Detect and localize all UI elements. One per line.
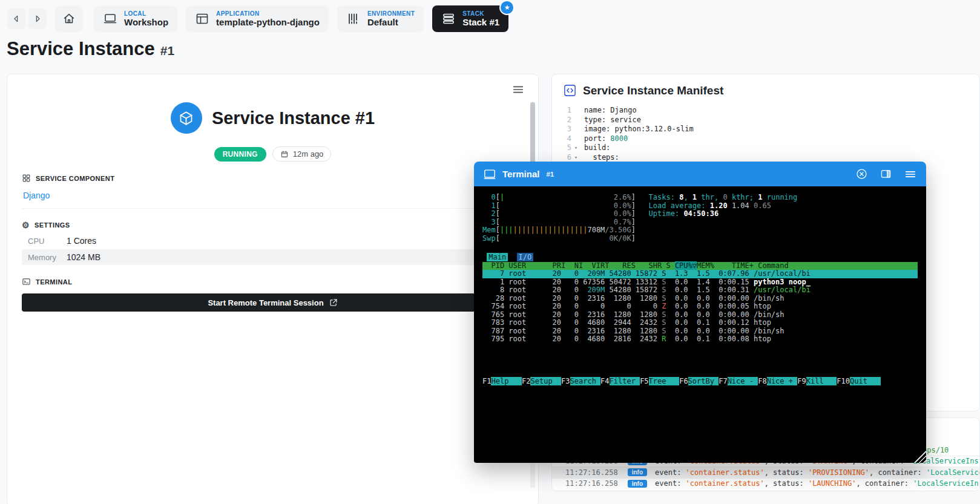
breadcrumb-stack[interactable]: STACK Stack #1 ★ [432,5,508,32]
divider [22,208,524,209]
code-line: 2 type: service [552,116,979,125]
start-remote-terminal-button[interactable]: Start Remote Terminal Session [22,293,524,312]
htop-process-row: 765 root 20 0 2316 1280 1280 S 0.0 0.0 0… [482,311,918,319]
top-navigation-bar: LOCAL Workshop APPLICATION template-pyth… [0,0,980,38]
htop-mem-meter: Mem[||||||||||||||||||||708M/3.50G] [482,226,918,235]
code-line: 3 image: python:3.12.0-slim [552,125,979,134]
instance-title: Service Instance #1 [212,108,375,128]
breadcrumb-application[interactable]: APPLICATION template-python-django [186,5,329,32]
cube-icon [171,102,202,134]
htop-table-header: PID USER PRI NI VIRT RES SHR S CPU%▽MEM%… [482,262,918,270]
status-badge: RUNNING [214,147,266,162]
instance-hero: Service Instance #1 [7,102,538,134]
line-number: 1 [552,106,571,116]
component-grid-icon [22,174,31,183]
log-timestamp: 11:27:16.258 [565,468,618,477]
htop-swap-meter: Swp[ 0K/0K] [482,235,918,243]
breadcrumb-kind: STACK [462,10,499,18]
split-panel-icon[interactable] [880,168,892,180]
home-button[interactable] [55,5,83,32]
breadcrumb-label: Workshop [124,17,168,27]
card-menu-button[interactable] [511,83,525,96]
breadcrumb-environment[interactable]: ENVIRONMENT Default [337,5,424,32]
log-level-badge: info [628,468,647,476]
gear-icon: ⚙ [22,221,30,229]
breadcrumb-kind: LOCAL [124,10,168,18]
external-link-icon [329,298,338,307]
stack-icon [441,11,456,26]
breadcrumb-kind: APPLICATION [216,10,320,18]
code-text: image: python:3.12.0-slim [580,125,694,134]
code-text: steps: [580,153,619,163]
log-row: 11:27:16.258 info event: 'container.stat… [552,478,979,489]
calendar-icon [280,150,289,159]
memory-label: Memory [28,253,67,262]
chevron-right-icon [33,14,42,24]
close-circle-icon[interactable] [855,168,868,180]
line-number: 4 [552,134,571,144]
history-nav [7,8,47,29]
laptop-icon [103,11,117,26]
log-level-badge: info [628,480,647,488]
window-resize-handle[interactable] [913,450,926,463]
component-link-django[interactable]: Django [23,191,50,200]
start-remote-terminal-label: Start Remote Terminal Session [208,298,323,307]
star-badge-icon: ★ [499,0,515,15]
terminal-window-titlebar[interactable]: Terminal#1 [474,162,926,186]
code-text: type: service [580,116,641,125]
breadcrumb-label: Default [367,17,415,27]
code-line: 1 name: Django [552,106,979,116]
terminal-menu-icon[interactable] [904,168,917,181]
app-window-icon [195,11,209,26]
terminal-title-suffix: #1 [546,171,554,178]
service-component-heading-text: SERVICE COMPONENT [36,175,114,182]
code-line: 5 ▾ build: [552,143,979,153]
memory-value: 1024 MB [67,252,100,262]
htop-tabs: Main I/O [482,254,918,262]
breadcrumb-label: template-python-django [216,17,320,27]
age-chip: 12m ago [272,146,332,162]
htop-process-row: 1 root 20 0 67356 50472 13312 S 0.0 1.4 … [482,278,918,287]
log-message: event: 'container.status', status: 'LAUN… [655,479,980,488]
log-timestamp: 11:27:16.258 [565,479,618,488]
htop-cpu1-meter: 1[ 0.0%] Load average: 1.20 1.04 0.65 [482,202,918,211]
terminal-window: Terminal#1 0[| 2.6%] Tasks: 8, 1 thr, 0 … [474,162,926,463]
service-instance-card: Service Instance #1 RUNNING 12m ago SERV… [7,74,539,504]
terminal-icon [483,168,496,181]
fold-caret-icon[interactable]: ▾ [571,153,580,163]
manifest-title: Service Instance Manifest [583,84,723,97]
line-number: 6 [552,153,571,163]
breadcrumb-local[interactable]: LOCAL Workshop [94,5,177,32]
line-number: 3 [552,125,571,134]
home-icon [62,12,76,25]
nav-back-button[interactable] [7,8,25,29]
age-text: 12m ago [293,149,324,159]
htop-process-row: 783 root 20 0 4680 2944 2432 S 0.0 0.1 0… [482,319,918,327]
terminal-screen[interactable]: 0[| 2.6%] Tasks: 8, 1 thr, 0 kthr; 1 run… [474,186,926,463]
memory-row: Memory 1024 MB [22,249,524,265]
terminal-heading-text: TERMINAL [36,278,72,286]
page-title-suffix: #1 [160,44,174,57]
page-title-text: Service Instance [7,38,155,59]
service-component-heading: SERVICE COMPONENT [22,174,524,183]
htop-cpu2-meter: 2[ 0.0%] Uptime: 04:50:36 [482,210,918,218]
cpu-value: 1 Cores [67,236,96,246]
htop-cpu0-meter: 0[| 2.6%] Tasks: 8, 1 thr, 0 kthr; 1 run… [482,194,918,202]
htop-process-row: 787 root 20 0 2316 1280 1280 S 0.0 0.0 0… [482,327,918,336]
cpu-row: CPU 1 Cores [22,233,524,249]
fold-caret-icon[interactable]: ▾ [571,143,580,153]
htop-process-row: 795 root 20 0 4680 2816 2432 R 0.0 0.1 0… [482,335,918,344]
terminal-title: Terminal [502,169,539,179]
htop-function-key-bar: F1Help F2Setup F3Search F4Filter F5Tree … [482,378,918,386]
htop-process-row: 754 root 20 0 0 0 0 Z 0.0 0.0 0:00.05 ht… [482,303,918,311]
nav-forward-button[interactable] [28,8,47,29]
code-text: port: 8000 [580,134,628,144]
terminal-heading: TERMINAL [22,277,524,286]
settings-heading-text: SETTINGS [35,221,70,229]
environment-bars-icon [346,11,361,26]
chevron-left-icon [12,14,21,24]
breadcrumb-kind: ENVIRONMENT [367,10,415,18]
htop-process-row: 8 root 20 0 209M 54280 15872 S 0.0 1.5 0… [482,286,918,295]
terminal-icon [22,277,31,286]
status-row: RUNNING 12m ago [7,146,538,162]
